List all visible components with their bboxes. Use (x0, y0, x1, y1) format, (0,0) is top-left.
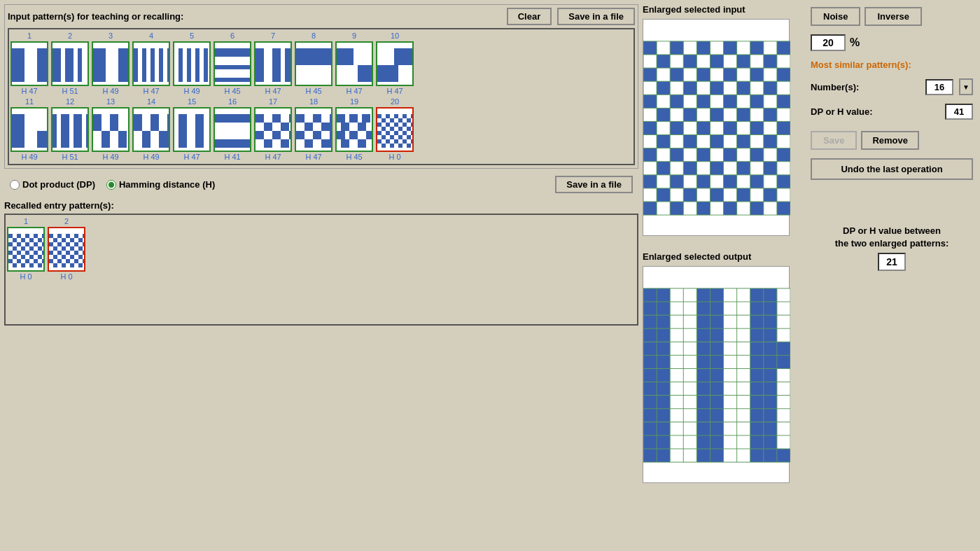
svg-rect-254 (710, 162, 723, 175)
percent-input[interactable] (811, 34, 846, 51)
input-pattern-11[interactable]: 11 H 49 (10, 98, 48, 161)
input-pattern-1[interactable]: 1 H 47 (10, 32, 48, 95)
svg-rect-158 (34, 259, 38, 263)
input-pattern-12[interactable]: 12 H 51 (51, 98, 89, 161)
save-recalled-button[interactable]: Save in a file (555, 176, 633, 193)
svg-rect-130 (25, 234, 29, 238)
svg-rect-223 (764, 81, 777, 95)
svg-rect-113 (411, 131, 414, 135)
svg-rect-60 (255, 114, 264, 123)
save-input-button[interactable]: Save in a file (557, 8, 635, 25)
input-pattern-2[interactable]: 2 H 51 (51, 32, 89, 95)
dp-radio-label[interactable]: Dot product (DP) (10, 179, 95, 190)
numbers-dropdown[interactable]: ▼ (959, 78, 973, 95)
input-pattern-19[interactable]: 19 (335, 98, 373, 161)
svg-rect-91 (377, 114, 382, 118)
svg-rect-20 (204, 48, 208, 82)
svg-rect-194 (66, 259, 70, 263)
svg-rect-219 (657, 81, 670, 95)
svg-rect-241 (657, 135, 670, 148)
svg-rect-72 (321, 114, 330, 123)
recalled-pattern-2[interactable]: 2 (48, 218, 85, 281)
svg-rect-29 (296, 48, 332, 65)
svg-rect-105 (382, 127, 386, 131)
input-pattern-7[interactable]: 7 H 47 (254, 32, 292, 95)
svg-rect-169 (83, 234, 85, 238)
input-pattern-16[interactable]: 16 H 41 (214, 98, 251, 161)
input-pattern-3[interactable]: 3 H 49 (92, 32, 130, 95)
recalled-title: Recalled entry pattern(s): (4, 200, 638, 211)
svg-rect-119 (386, 139, 390, 144)
svg-rect-101 (386, 123, 390, 127)
svg-rect-253 (683, 162, 696, 175)
input-pattern-6[interactable]: 6 H 45 (214, 32, 251, 95)
input-pattern-13[interactable]: 13 H 49 (92, 98, 130, 161)
svg-rect-238 (724, 121, 737, 134)
enlarged-input-grid (643, 19, 790, 236)
dp-radio[interactable] (10, 180, 20, 190)
svg-rect-23 (215, 69, 251, 78)
inverse-button[interactable]: Inverse (864, 7, 922, 26)
input-pattern-17[interactable]: 17 (254, 98, 292, 161)
clear-button[interactable]: Clear (507, 8, 552, 25)
noise-button[interactable]: Noise (811, 7, 860, 26)
svg-rect-6 (82, 48, 89, 82)
h-radio[interactable] (106, 180, 116, 190)
input-pattern-9[interactable]: 9 H 47 (335, 32, 373, 95)
svg-rect-231 (683, 108, 696, 121)
svg-rect-140 (34, 242, 38, 246)
svg-rect-96 (382, 118, 386, 123)
svg-rect-264 (683, 188, 696, 202)
input-pattern-8[interactable]: 8 H 45 (295, 32, 332, 95)
undo-button[interactable]: Undo the last operation (811, 158, 973, 180)
svg-rect-76 (321, 131, 330, 139)
save-button: Save (811, 131, 857, 150)
input-pattern-15[interactable]: 15 H 47 (173, 98, 211, 161)
svg-rect-58 (215, 123, 251, 139)
svg-rect-128 (8, 234, 13, 238)
numbers-row: Number(s): 16 ▼ (811, 78, 973, 95)
dp-h-value: 41 (945, 104, 973, 120)
svg-rect-145 (38, 246, 42, 251)
svg-rect-257 (643, 175, 657, 188)
input-pattern-5[interactable]: 5 H 49 (173, 32, 211, 95)
input-pattern-18[interactable]: 18 (295, 98, 332, 161)
svg-rect-53 (150, 131, 159, 148)
input-pattern-20[interactable]: 20 (376, 98, 414, 161)
recalled-pattern-1[interactable]: 1 (7, 218, 45, 281)
svg-rect-135 (29, 238, 34, 242)
svg-rect-263 (657, 188, 670, 202)
svg-rect-115 (390, 135, 394, 139)
svg-rect-224 (643, 95, 657, 108)
svg-rect-262 (777, 175, 790, 188)
svg-rect-134 (21, 238, 25, 242)
svg-rect-155 (8, 259, 13, 263)
input-pattern-10[interactable]: 10 H 47 (376, 32, 414, 95)
input-patterns-grid: 1 H 47 2 (8, 28, 635, 165)
svg-rect-34 (377, 48, 394, 65)
svg-rect-138 (17, 242, 21, 246)
svg-rect-240 (777, 121, 790, 134)
svg-rect-258 (670, 175, 683, 188)
svg-rect-177 (74, 242, 78, 246)
svg-rect-78 (313, 139, 321, 148)
input-pattern-14[interactable]: 14 H 49 (132, 98, 170, 161)
input-pattern-4[interactable]: 4 H 47 (132, 32, 170, 95)
svg-rect-225 (670, 95, 683, 108)
svg-rect-167 (66, 234, 70, 238)
svg-rect-35 (398, 65, 414, 82)
svg-rect-62 (289, 114, 292, 123)
svg-rect-55 (178, 114, 187, 148)
svg-rect-200 (78, 263, 83, 267)
svg-rect-71 (304, 114, 313, 123)
h-radio-label[interactable]: Hamming distance (H) (106, 179, 215, 190)
svg-rect-209 (683, 55, 696, 68)
svg-rect-12 (142, 48, 146, 82)
recalled-section: Recalled entry pattern(s): 1 (4, 200, 638, 547)
svg-rect-252 (657, 162, 670, 175)
svg-rect-69 (281, 139, 289, 148)
svg-rect-270 (696, 202, 710, 215)
svg-rect-229 (777, 95, 790, 108)
remove-button[interactable]: Remove (861, 131, 919, 150)
svg-rect-166 (57, 234, 62, 238)
